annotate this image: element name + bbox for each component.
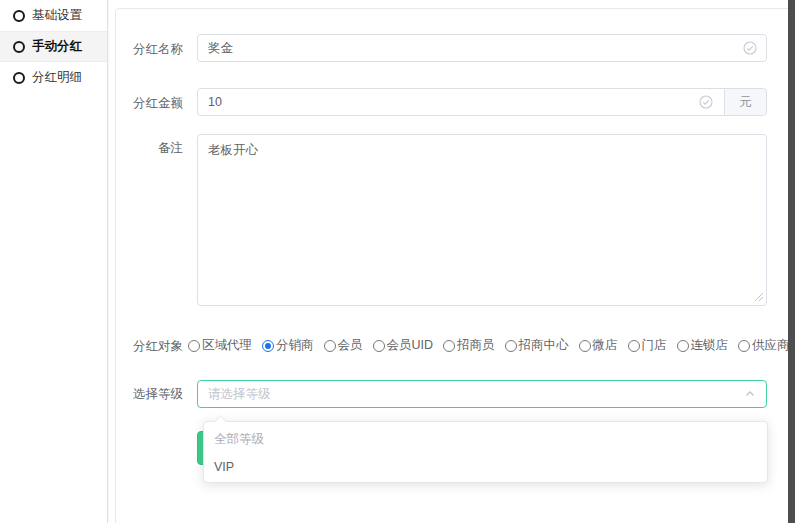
sidebar-item-dividend-detail[interactable]: 分红明细 <box>0 62 107 93</box>
radio-store[interactable]: 门店 <box>628 337 667 354</box>
radio-icon <box>443 340 455 352</box>
dividend-amount-field: 元 <box>197 88 767 116</box>
level-select[interactable] <box>197 380 767 408</box>
circle-icon <box>13 72 25 84</box>
radio-member-uid[interactable]: 会员UID <box>373 337 434 354</box>
dividend-name-label: 分红名称 <box>100 42 183 56</box>
radio-icon <box>188 340 200 352</box>
radio-recruit-center[interactable]: 招商中心 <box>505 337 569 354</box>
radio-icon <box>677 340 689 352</box>
radio-icon <box>373 340 385 352</box>
dividend-name-input[interactable] <box>198 35 766 61</box>
level-select-input[interactable] <box>198 381 766 407</box>
chevron-up-icon <box>744 388 756 400</box>
dividend-target-label: 分红对象 <box>100 339 183 353</box>
radio-icon <box>262 340 274 352</box>
radio-icon <box>738 340 750 352</box>
radio-chain-store[interactable]: 连锁店 <box>677 337 729 354</box>
dividend-amount-input[interactable] <box>198 89 766 115</box>
radio-member[interactable]: 会员 <box>324 337 363 354</box>
dropdown-option-vip[interactable]: VIP <box>204 453 767 481</box>
dividend-amount-label: 分红金额 <box>100 96 183 110</box>
radio-icon <box>579 340 591 352</box>
check-circle-icon <box>699 95 713 109</box>
sidebar-item-label: 分红明细 <box>32 69 82 86</box>
remark-textarea[interactable]: 老板开心 <box>197 134 767 306</box>
dividend-name-field <box>197 34 767 62</box>
radio-icon <box>505 340 517 352</box>
unit-addon: 元 <box>724 89 766 115</box>
circle-icon <box>13 41 25 53</box>
circle-icon <box>13 10 25 22</box>
radio-distributor[interactable]: 分销商 <box>262 337 314 354</box>
page: 基础设置 手动分红 分红明细 分红名称 分红金额 <box>0 0 795 523</box>
level-select-label: 选择等级 <box>100 387 183 401</box>
vertical-scrollbar[interactable] <box>788 0 795 523</box>
level-dropdown-panel: 全部等级 VIP <box>203 421 768 483</box>
remark-field: 老板开心 <box>197 134 767 306</box>
radio-icon <box>324 340 336 352</box>
radio-region-agent[interactable]: 区域代理 <box>188 337 252 354</box>
dropdown-option-all-levels[interactable]: 全部等级 <box>204 425 767 453</box>
radio-recruiter[interactable]: 招商员 <box>443 337 495 354</box>
radio-supplier[interactable]: 供应商 <box>738 337 790 354</box>
sidebar-item-basic-settings[interactable]: 基础设置 <box>0 0 107 31</box>
sidebar-item-label: 手动分红 <box>32 38 82 55</box>
sidebar: 基础设置 手动分红 分红明细 <box>0 0 108 523</box>
dividend-target-radio-group: 区域代理 分销商 会员 会员UID 招商员 招商中心 微店 门店 <box>188 337 790 354</box>
radio-micro-shop[interactable]: 微店 <box>579 337 618 354</box>
remark-label: 备注 <box>100 141 183 155</box>
sidebar-item-label: 基础设置 <box>32 7 82 24</box>
check-circle-icon <box>743 41 757 55</box>
sidebar-item-manual-dividend[interactable]: 手动分红 <box>0 31 107 62</box>
radio-icon <box>628 340 640 352</box>
